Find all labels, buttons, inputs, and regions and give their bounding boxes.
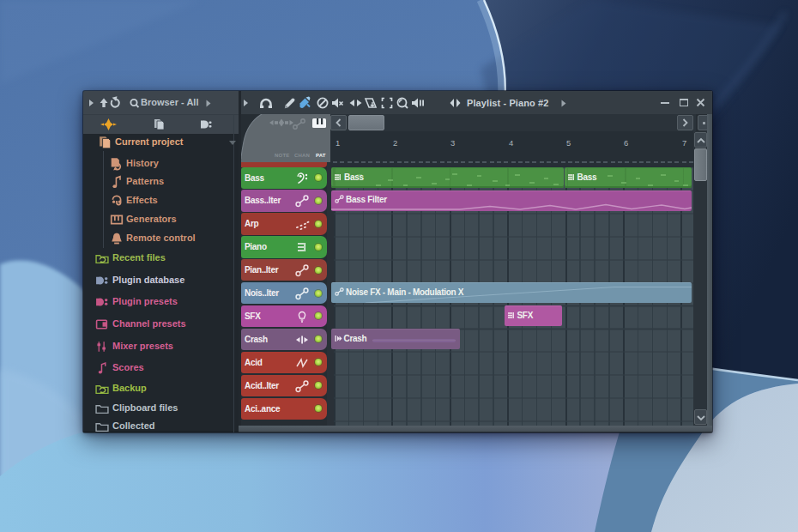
svg-text:NOTE: NOTE	[275, 153, 289, 158]
svg-text:CHAN: CHAN	[294, 153, 310, 158]
svg-text:PAT: PAT	[316, 153, 326, 158]
